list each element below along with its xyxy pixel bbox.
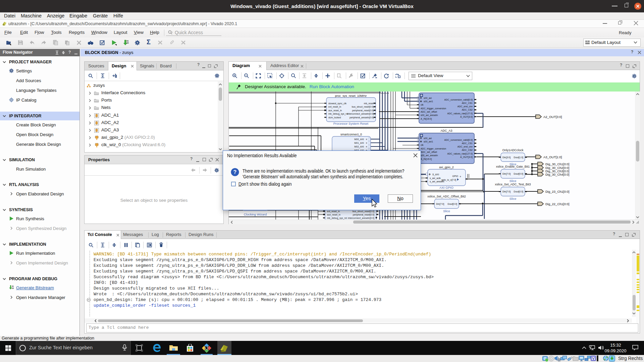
svg-text:s00_axi_aresetn: s00_axi_aresetn — [421, 114, 438, 117]
svg-text:ADC_set_offset: ADC_set_offset — [421, 111, 437, 113]
svg-text:mb_debug_sys_rst: mb_debug_sys_rst — [328, 113, 348, 115]
svg-text:ADC_end_cnv: ADC_end_cnv — [458, 105, 473, 108]
svg-text:Slice: Slice — [509, 179, 517, 183]
svg-text:clk: clk — [421, 104, 424, 106]
svg-text:?: ? — [233, 169, 237, 175]
svg-text:s00_axi: s00_axi — [424, 97, 432, 100]
svg-text:mb_reset: mb_reset — [364, 102, 374, 105]
svg-text:axi_gpio_2: axi_gpio_2 — [439, 166, 454, 169]
svg-text:s00_axi_aresetn: s00_axi_aresetn — [421, 154, 438, 157]
svg-text:Din[3:0]: Din[3:0] — [502, 156, 511, 159]
svg-text:M00_AXI: M00_AXI — [354, 138, 364, 141]
svg-text:Din[7:0]: Din[7:0] — [436, 203, 444, 205]
svg-text:peripheral_aresetn[0:0]: peripheral_aresetn[0:0] — [350, 116, 374, 119]
svg-text:A_IN[15:0]: A_IN[15:0] — [421, 158, 432, 161]
svg-text:clk: clk — [421, 144, 424, 146]
svg-text:Processor System Reset: Processor System Reset — [333, 122, 369, 125]
svg-text:ADC_conversion_valid[0:0]: ADC_conversion_valid[0:0] — [444, 139, 473, 141]
svg-text:Din[7:0]: Din[7:0] — [502, 173, 511, 175]
svg-text:slowest_sync_clk: slowest_sync_clk — [328, 102, 347, 105]
svg-text:A_OUT[3:0]: A_OUT[3:0] — [460, 116, 473, 118]
svg-text:AXI GPIO: AXI GPIO — [439, 186, 453, 189]
svg-text:s00_axi1: s00_axi1 — [424, 140, 433, 143]
svg-text:ADC_CS2: ADC_CS2 — [462, 149, 473, 152]
svg-text:Dout[0:0]: Dout[0:0] — [448, 203, 457, 205]
svg-text:+: + — [460, 175, 461, 178]
svg-text:ADC_A3: ADC_A3 — [440, 129, 452, 132]
svg-text:M01_AXI: M01_AXI — [354, 142, 364, 144]
svg-text:10: 10 — [12, 287, 14, 289]
svg-text:+: + — [366, 145, 367, 148]
svg-text:s00_axi1: s00_axi1 — [424, 100, 433, 103]
svg-text:smartconnect_0: smartconnect_0 — [340, 133, 362, 136]
svg-text:aux_reset_in: aux_reset_in — [327, 214, 340, 216]
svg-text:xslice_Enable_Gate_Bit1: xslice_Enable_Gate_Bit1 — [496, 165, 530, 168]
svg-text:Dig_30_Ch1[0:0]: Dig_30_Ch1[0:0] — [545, 162, 569, 166]
svg-text:s00_axi: s00_axi — [424, 137, 432, 140]
svg-text:ADC_end_cnv: ADC_end_cnv — [458, 145, 473, 148]
svg-text:s_axi_aclk: s_axi_aclk — [430, 177, 441, 180]
svg-text:A_IN[15:0]: A_IN[15:0] — [421, 118, 432, 120]
svg-text:ADC_conversion_valid[0:0]: ADC_conversion_valid[0:0] — [444, 99, 473, 101]
svg-text:A2_OUT[3:0]: A2_OUT[3:0] — [543, 115, 562, 119]
svg-text:interconnect_aresetn[0:0]: interconnect_aresetn[0:0] — [347, 113, 374, 115]
svg-text:M02_AXI: M02_AXI — [354, 145, 364, 148]
svg-text:+: + — [366, 138, 367, 141]
svg-text:proc_sys_reset_10MHz: proc_sys_reset_10MHz — [335, 94, 367, 98]
svg-text:ext_reset_in: ext_reset_in — [328, 106, 341, 108]
svg-text:ADC_values_raw[127:0]: ADC_values_raw[127:0] — [447, 153, 473, 155]
svg-text:dcm_locked: dcm_locked — [328, 116, 341, 119]
svg-text:bus_struct_reset[0:0]: bus_struct_reset[0:0] — [353, 210, 374, 213]
svg-text:Din[7:0]: Din[7:0] — [502, 190, 511, 193]
svg-text:A_OUT[3:0]: A_OUT[3:0] — [460, 156, 473, 159]
svg-text:Slice: Slice — [509, 197, 517, 200]
svg-text:gpio_io_o[7:0]: gpio_io_o[7:0] — [441, 179, 456, 181]
svg-text:xslice_Set_ADC_Test_Bit3: xslice_Set_ADC_Test_Bit3 — [495, 183, 531, 186]
svg-text:Slice: Slice — [443, 209, 450, 213]
svg-text:Dout[1:0]: Dout[1:0] — [514, 156, 523, 159]
svg-text:mb_debug_sys_rst: mb_debug_sys_rst — [327, 217, 347, 220]
svg-text:GPIO: GPIO — [452, 175, 458, 177]
svg-text:10: 10 — [126, 42, 129, 44]
svg-text:ADC_CS1: ADC_CS1 — [462, 142, 473, 145]
svg-text:ADC_values_raw[127:0]: ADC_values_raw[127:0] — [447, 112, 473, 115]
svg-text:Dig_30_Ch4[0:0]: Dig_30_Ch4[0:0] — [545, 173, 569, 176]
svg-text:Only1ADCclock: Only1ADCclock — [502, 148, 524, 152]
svg-text:Dig_22_Ch1[0:0]: Dig_22_Ch1[0:0] — [545, 202, 569, 206]
svg-text:Dout[0:0]: Dout[0:0] — [514, 173, 523, 175]
svg-text:Dout[0:0]: Dout[0:0] — [514, 190, 523, 193]
svg-text:ADC_trigger_conversion: ADC_trigger_conversion — [421, 147, 446, 150]
svg-text:xslice_Set_ADC_Offset_Bit2: xslice_Set_ADC_Offset_Bit2 — [427, 195, 466, 198]
svg-text:interconnect_aresetn[0:0]: interconnect_aresetn[0:0] — [348, 217, 374, 220]
svg-text:ADC_CS2: ADC_CS2 — [462, 109, 473, 111]
svg-text:peripheral_reset[0:0]: peripheral_reset[0:0] — [352, 109, 374, 112]
svg-text:bus_struct_reset[0:0]: bus_struct_reset[0:0] — [352, 106, 374, 108]
svg-text:A3_OUT[1:0]: A3_OUT[1:0] — [543, 155, 562, 159]
svg-text:Clocking Wizard: Clocking Wizard — [244, 213, 267, 216]
svg-text:ADC_set_offset: ADC_set_offset — [421, 151, 437, 154]
svg-text:+: + — [366, 141, 367, 145]
svg-text:ADC_trigger_conversion: ADC_trigger_conversion — [421, 107, 446, 110]
svg-text:Dig_23_Ch1[0:0]: Dig_23_Ch1[0:0] — [545, 190, 569, 193]
svg-text:ext_reset_in: ext_reset_in — [327, 210, 340, 213]
svg-text:S_AXI: S_AXI — [432, 173, 439, 176]
svg-text:peripheral_reset[0:0]: peripheral_reset[0:0] — [353, 214, 374, 216]
svg-text:aux_reset_in: aux_reset_in — [328, 109, 342, 112]
svg-text:ADC_CS1: ADC_CS1 — [462, 102, 473, 105]
